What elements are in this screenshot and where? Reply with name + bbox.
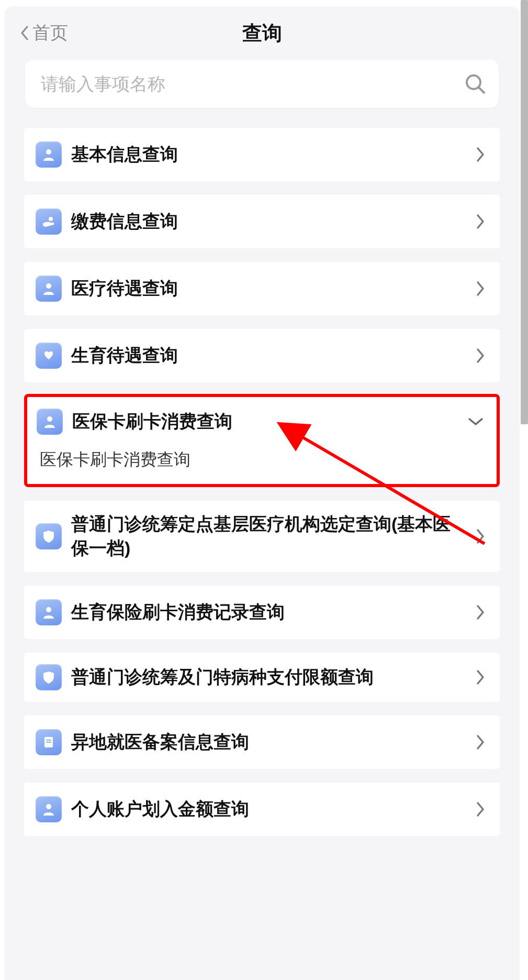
svg-point-2 bbox=[46, 149, 51, 155]
chevron-right-icon bbox=[476, 604, 485, 621]
scrollbar-indicator[interactable] bbox=[521, 0, 528, 424]
list-item-medical-benefit[interactable]: 医疗待遇查询 bbox=[24, 262, 500, 315]
search-icon[interactable] bbox=[464, 73, 486, 95]
person-icon bbox=[36, 599, 62, 625]
chevron-right-icon bbox=[476, 734, 485, 751]
hand-coin-icon bbox=[36, 208, 62, 235]
document-icon bbox=[36, 729, 62, 755]
back-button[interactable]: 首页 bbox=[20, 21, 68, 45]
page-title: 查询 bbox=[242, 20, 282, 47]
list-item-payment-info[interactable]: 缴费信息查询 bbox=[24, 195, 500, 248]
list-item-sub[interactable]: 医保卡刷卡消费查询 bbox=[27, 446, 497, 484]
chevron-right-icon bbox=[476, 213, 485, 230]
svg-line-1 bbox=[479, 87, 484, 93]
list-item-label: 生育保险刷卡消费记录查询 bbox=[71, 600, 466, 624]
chevron-left-icon bbox=[20, 25, 29, 41]
list-item-maternity-benefit[interactable]: 生育待遇查询 bbox=[24, 329, 500, 382]
shield-icon bbox=[36, 664, 62, 690]
heart-hands-icon bbox=[36, 343, 62, 369]
list-item-label: 个人账户划入金额查询 bbox=[71, 797, 466, 821]
search-box[interactable] bbox=[25, 60, 499, 108]
svg-rect-8 bbox=[46, 740, 51, 741]
list-item-label: 医疗待遇查询 bbox=[71, 277, 466, 301]
list-item-label: 普通门诊统筹及门特病种支付限额查询 bbox=[71, 665, 466, 689]
list-item-maternity-card-record[interactable]: 生育保险刷卡消费记录查询 bbox=[24, 586, 500, 639]
chevron-right-icon bbox=[476, 146, 485, 163]
svg-point-5 bbox=[47, 416, 52, 422]
back-label: 首页 bbox=[32, 21, 68, 45]
chevron-right-icon bbox=[476, 280, 485, 297]
chevron-right-icon bbox=[476, 347, 485, 364]
list-item-label: 生育待遇查询 bbox=[71, 344, 466, 368]
search-input[interactable] bbox=[41, 74, 464, 94]
chevron-right-icon bbox=[476, 669, 485, 686]
person-icon bbox=[37, 409, 63, 435]
list-item-account-credit[interactable]: 个人账户划入金额查询 bbox=[24, 783, 500, 836]
svg-point-3 bbox=[49, 217, 53, 221]
page-header: 首页 查询 bbox=[4, 6, 520, 60]
list-item-label: 异地就医备案信息查询 bbox=[71, 730, 466, 754]
list-item-label: 医保卡刷卡消费查询 bbox=[72, 410, 458, 434]
svg-point-10 bbox=[46, 804, 51, 809]
list-item-card-consumption-highlighted[interactable]: 医保卡刷卡消费查询 医保卡刷卡消费查询 bbox=[24, 394, 500, 487]
chevron-right-icon bbox=[476, 801, 485, 818]
query-list: 基本信息查询 缴费信息查询 bbox=[4, 128, 520, 836]
list-item-basic-info[interactable]: 基本信息查询 bbox=[24, 128, 500, 181]
list-item-label: 普通门诊统筹定点基层医疗机构选定查询(基本医保一档) bbox=[71, 512, 466, 560]
svg-rect-9 bbox=[46, 742, 51, 743]
svg-point-6 bbox=[46, 607, 51, 612]
list-item-label: 缴费信息查询 bbox=[71, 210, 466, 234]
list-item-remote-filing[interactable]: 异地就医备案信息查询 bbox=[24, 715, 500, 769]
list-item-outpatient-limit[interactable]: 普通门诊统筹及门特病种支付限额查询 bbox=[24, 653, 500, 702]
person-icon bbox=[36, 141, 62, 168]
list-item-outpatient-designation[interactable]: 普通门诊统筹定点基层医疗机构选定查询(基本医保一档) bbox=[24, 501, 500, 572]
list-item-label: 基本信息查询 bbox=[71, 142, 466, 167]
svg-point-4 bbox=[46, 283, 51, 289]
chevron-right-icon bbox=[476, 528, 485, 545]
shield-icon bbox=[36, 523, 62, 549]
person-icon bbox=[36, 276, 62, 302]
person-icon bbox=[36, 796, 62, 822]
chevron-down-icon bbox=[467, 417, 484, 426]
